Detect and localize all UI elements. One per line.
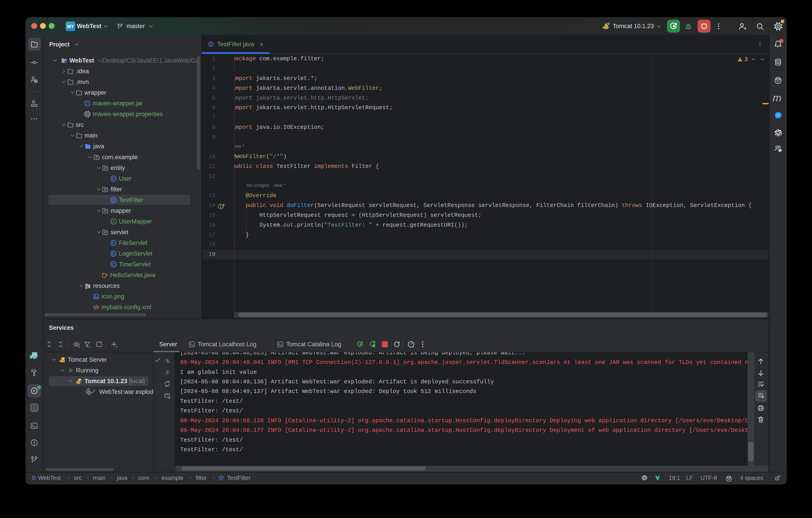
svg-text:WT: WT (67, 24, 74, 29)
svg-text:C: C (112, 262, 115, 267)
svg-text:C: C (112, 251, 115, 256)
svg-text:C: C (112, 176, 115, 181)
svg-text:C: C (112, 198, 115, 202)
svg-text:C: C (220, 476, 222, 480)
svg-text:C: C (210, 42, 212, 46)
svg-text:I: I (113, 219, 114, 224)
svg-text:?: ? (35, 80, 37, 83)
svg-text:C: C (112, 241, 115, 245)
